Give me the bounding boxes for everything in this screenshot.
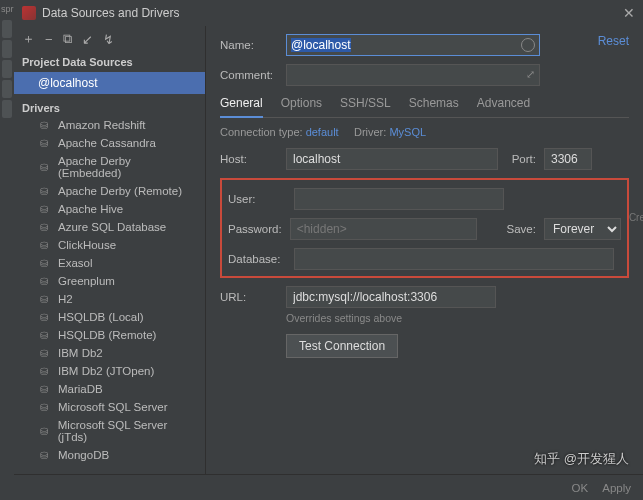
user-input[interactable] [294,188,504,210]
host-label: Host: [220,153,278,165]
driver-icon: ⛁ [38,185,50,197]
dialog-window: Data Sources and Drivers ✕ ＋ − ⧉ ↙ ↯ Pro… [14,0,643,500]
driver-label: Azure SQL Database [58,221,166,233]
tab-general[interactable]: General [220,96,263,118]
test-connection-button[interactable]: Test Connection [286,334,398,358]
tabs: GeneralOptionsSSH/SSLSchemasAdvanced [220,94,629,118]
driver-icon: ⛁ [38,311,50,323]
name-input[interactable] [291,38,521,52]
content-panel: Reset Name: Comment: ⤢ GeneralOptionsSSH… [206,26,643,500]
driver-label: IBM Db2 (JTOpen) [58,365,154,377]
driver-label: Apache Derby (Embedded) [58,155,197,179]
drivers-header: Drivers [14,94,205,116]
driver-icon: ⛁ [38,401,50,413]
url-hint: Overrides settings above [286,312,629,324]
driver-item[interactable]: ⛁Apache Derby (Remote) [14,182,205,200]
sidebar: ＋ − ⧉ ↙ ↯ Project Data Sources @localhos… [14,26,206,500]
driver-icon: ⛁ [38,275,50,287]
bottom-bar: OK Apply [14,474,643,500]
driver-icon: ⛁ [38,383,50,395]
expand-icon[interactable]: ⤢ [526,68,535,81]
driver-item[interactable]: ⛁Microsoft SQL Server [14,398,205,416]
editor-gutter-text: spr [1,4,14,14]
driver-label: Amazon Redshift [58,119,146,131]
editor-gutter-markers [2,20,12,120]
driver-item[interactable]: ⛁Apache Hive [14,200,205,218]
tab-sshssl[interactable]: SSH/SSL [340,96,391,117]
driver-label: MariaDB [58,383,103,395]
driver-label: ClickHouse [58,239,116,251]
driver-item[interactable]: ⛁H2 [14,290,205,308]
driver-item[interactable]: ⛁HSQLDB (Local) [14,308,205,326]
copy-icon[interactable]: ⧉ [63,31,72,47]
connection-info: Connection type: default Driver: MySQL [220,126,629,138]
reset-link[interactable]: Reset [598,34,629,48]
port-input[interactable] [544,148,592,170]
driver-item[interactable]: ⛁ClickHouse [14,236,205,254]
driver-label: Apache Hive [58,203,123,215]
driver-item[interactable]: ⛁MariaDB [14,380,205,398]
driver-label: Greenplum [58,275,115,287]
host-input[interactable] [286,148,498,170]
tab-options[interactable]: Options [281,96,322,117]
driver-item[interactable]: ⛁Apache Derby (Embedded) [14,152,205,182]
comment-input[interactable]: ⤢ [286,64,540,86]
driver-label: Microsoft SQL Server [58,401,168,413]
conn-type-link[interactable]: default [306,126,339,138]
driver-item[interactable]: ⛁Azure SQL Database [14,218,205,236]
port-label: Port: [506,153,536,165]
datasource-item[interactable]: @localhost [14,72,205,94]
url-input[interactable] [286,286,496,308]
driver-item[interactable]: ⛁Greenplum [14,272,205,290]
color-picker-icon[interactable] [521,38,535,52]
remove-icon[interactable]: − [45,32,53,47]
watermark: 知乎 @开发猩人 [534,450,629,468]
password-input[interactable] [290,218,477,240]
driver-label: IBM Db2 [58,347,103,359]
driver-label: H2 [58,293,73,305]
driver-icon: ⛁ [38,293,50,305]
driver-item[interactable]: ⛁MongoDB [14,446,205,464]
driver-icon: ⛁ [38,161,50,173]
save-select[interactable]: Forever [544,218,621,240]
driver-icon: ⛁ [38,203,50,215]
driver-item[interactable]: ⛁IBM Db2 (JTOpen) [14,362,205,380]
driver-item[interactable]: ⛁Exasol [14,254,205,272]
password-label: Password: [228,223,282,235]
driver-item[interactable]: ⛁Microsoft SQL Server (jTds) [14,416,205,446]
tab-schemas[interactable]: Schemas [409,96,459,117]
apply-button[interactable]: Apply [602,482,631,494]
driver-item[interactable]: ⛁Amazon Redshift [14,116,205,134]
driver-label: HSQLDB (Local) [58,311,144,323]
driver-icon: ⛁ [38,239,50,251]
credentials-highlight-box: User: Password: Save: Forever Database: [220,178,629,278]
driver-icon: ⛁ [38,329,50,341]
driver-icon: ⛁ [38,425,50,437]
ok-button[interactable]: OK [572,482,589,494]
user-label: User: [228,193,286,205]
driver-label: MongoDB [58,449,109,461]
titlebar: Data Sources and Drivers ✕ [14,0,643,26]
driver-icon: ⛁ [38,137,50,149]
driver-item[interactable]: ⛁HSQLDB (Remote) [14,326,205,344]
add-icon[interactable]: ＋ [22,30,35,48]
close-icon[interactable]: ✕ [623,5,635,21]
wrench-icon[interactable]: ↯ [103,32,114,47]
driver-icon: ⛁ [38,347,50,359]
name-input-wrap[interactable] [286,34,540,56]
driver-item[interactable]: ⛁Apache Cassandra [14,134,205,152]
driver-link[interactable]: MySQL [389,126,426,138]
driver-label: Apache Derby (Remote) [58,185,182,197]
driver-label: Microsoft SQL Server (jTds) [58,419,197,443]
driver-list: ⛁Amazon Redshift⛁Apache Cassandra⛁Apache… [14,116,205,500]
driver-item[interactable]: ⛁IBM Db2 [14,344,205,362]
driver-icon: ⛁ [38,449,50,461]
refresh-icon[interactable]: ↙ [82,32,93,47]
driver-label: Apache Cassandra [58,137,156,149]
database-input[interactable] [294,248,614,270]
tab-advanced[interactable]: Advanced [477,96,530,117]
project-ds-header: Project Data Sources [14,52,205,72]
window-title: Data Sources and Drivers [42,6,623,20]
driver-icon: ⛁ [38,221,50,233]
database-label: Database: [228,253,286,265]
